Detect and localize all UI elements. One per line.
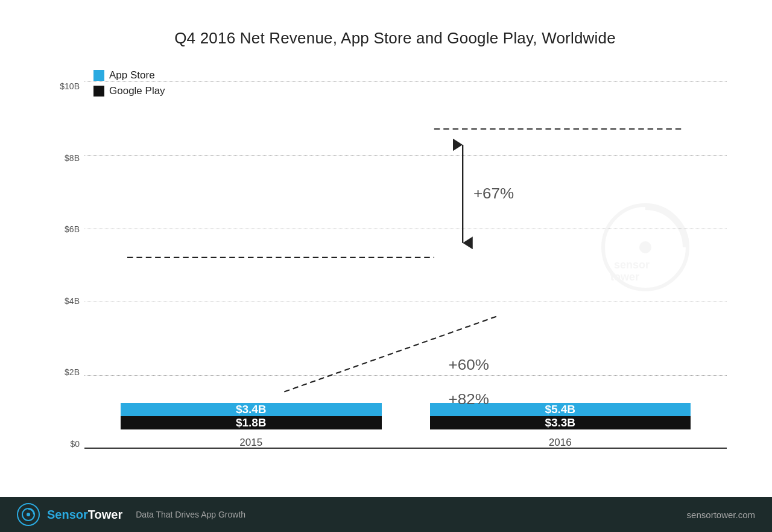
bar-group-2015: $3.4B $1.8B 2015 [121,403,382,449]
bar-black-label-2016: $3.3B [545,416,575,429]
y-label-10b: $10B [60,81,80,91]
y-axis-labels: $10B $8B $6B $4B $2B $0 [54,81,84,449]
bar-blue-2015: $3.4B [121,403,382,416]
y-label-2b: $2B [65,367,80,377]
y-label-0: $0 [70,439,80,449]
footer-brand-part1: Sensor [47,508,88,521]
chart-container: Q4 2016 Net Revenue, App Store and Googl… [0,0,772,532]
legend: App Store Google Play [93,69,165,97]
footer-logo [17,503,40,526]
footer-tagline: Data That Drives App Growth [136,510,245,519]
bar-blue-label-2015: $3.4B [236,403,267,416]
footer-brand: SensorTower [47,508,122,522]
bar-stack-2015: $3.4B $1.8B [121,403,382,429]
legend-label-googleplay: Google Play [109,85,165,97]
bar-black-2016: $3.3B [430,416,691,429]
svg-text:tower: tower [610,271,639,283]
googleplay-swatch [93,86,104,97]
bar-stack-2016: $5.4B $3.3B [430,403,691,429]
bar-black-2015: $1.8B [121,416,382,429]
y-label-8b: $8B [65,153,80,163]
legend-item-appstore: App Store [93,69,165,81]
legend-label-appstore: App Store [109,69,155,81]
svg-text:sensor: sensor [614,259,650,271]
bar-blue-label-2016: $5.4B [545,403,575,416]
chart-area: $10B $8B $6B $4B $2B $0 [54,48,736,449]
footer-url: sensortower.com [687,510,755,520]
y-label-6b: $6B [65,224,80,234]
svg-point-10 [639,241,651,253]
watermark: sensor tower [597,199,694,298]
appstore-swatch [93,70,104,81]
y-label-4b: $4B [65,296,80,306]
bar-blue-2016: $5.4B [430,403,691,416]
bar-year-2016: 2016 [549,437,572,449]
bar-group-2016: $5.4B $3.3B 2016 [430,403,691,449]
bar-year-2015: 2015 [239,437,262,449]
chart-main: Q4 2016 Net Revenue, App Store and Googl… [0,0,772,497]
bar-black-label-2015: $1.8B [236,416,267,429]
footer-brand-part2: Tower [88,508,122,521]
svg-point-14 [27,513,30,516]
footer: SensorTower Data That Drives App Growth … [0,497,772,532]
legend-item-googleplay: Google Play [93,85,165,97]
footer-left: SensorTower Data That Drives App Growth [17,503,245,526]
